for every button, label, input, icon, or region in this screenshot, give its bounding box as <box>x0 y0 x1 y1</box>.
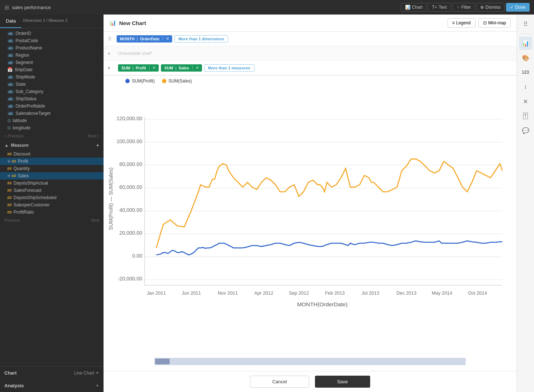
item-label: Sales <box>18 173 29 178</box>
svg-text:20,000.00: 20,000.00 <box>120 230 142 236</box>
sales-line <box>156 159 502 248</box>
item-type-ab: ab <box>7 61 14 65</box>
text-box-btn[interactable]: T <box>519 109 532 122</box>
svg-text:Apr 2012: Apr 2012 <box>254 290 273 296</box>
chart-scrollbar[interactable] <box>154 358 466 365</box>
list-item[interactable]: ## DaystoShipScheduled <box>0 194 104 201</box>
pill-close-icon[interactable]: ✕ <box>196 66 199 70</box>
bar-chart-btn[interactable]: 📊 <box>519 37 532 50</box>
list-item[interactable]: ab ShipStatus <box>0 95 104 102</box>
pill-more-icon[interactable]: ⋮ <box>147 66 151 70</box>
chart-title-icon: 📊 <box>109 20 116 26</box>
svg-text:Jan 2011: Jan 2011 <box>147 290 166 296</box>
grid-icon: ⊞ <box>4 4 9 11</box>
minimap-btn[interactable]: ⊡ Mini-map <box>478 18 511 28</box>
filter-btn[interactable]: ⁘ Filter <box>452 3 475 12</box>
item-label: Sub_Category <box>16 89 44 94</box>
dismiss-btn[interactable]: ⊗ Dismiss <box>476 3 505 12</box>
list-item[interactable]: ab Region <box>0 52 104 59</box>
unavailable-shelf-icon: ≡ <box>108 51 115 56</box>
save-button[interactable]: Save <box>315 376 370 388</box>
comment-icon: 💬 <box>522 127 529 134</box>
list-item[interactable]: 📅 ShipDate <box>0 66 104 73</box>
geo-icon: ⊙ <box>7 118 11 123</box>
pill-close-icon[interactable]: ✕ <box>166 37 169 41</box>
svg-text:Oct 2014: Oct 2014 <box>468 290 487 296</box>
list-item[interactable]: ## Discount <box>0 150 104 158</box>
tab-data[interactable]: Data <box>0 15 21 28</box>
palette-btn[interactable]: 🎨 <box>519 51 532 64</box>
analysis-label: Analysis <box>4 383 24 388</box>
list-item[interactable]: ## DaystoShipActual <box>0 179 104 187</box>
analysis-section[interactable]: Analysis ▼ <box>0 379 104 392</box>
prev-measure-btn[interactable]: Previous <box>4 218 20 222</box>
legend-dot-profit <box>125 79 130 83</box>
measure-pill-profit[interactable]: SUM | Profit ⋮ ✕ <box>118 64 159 72</box>
list-item[interactable]: ab Segment <box>0 59 104 66</box>
list-item[interactable]: ab ShipMode <box>0 73 104 81</box>
footer: Cancel Save <box>104 371 517 392</box>
item-type-ab: ab <box>7 75 14 79</box>
next-measure-btn[interactable]: Next <box>91 218 99 222</box>
text-box-icon: T <box>523 113 528 119</box>
measure-pills: SUM | Profit ⋮ ✕ SUM | Sales ⋮ ✕ <box>118 64 254 72</box>
list-item[interactable]: ## SalesForecast <box>0 187 104 194</box>
done-btn[interactable]: ✓ Done <box>506 3 530 12</box>
measure-section-header[interactable]: ▲ Measure + <box>0 140 104 150</box>
measure-shelf-icon: # <box>108 66 115 70</box>
more-measures-pill[interactable]: More than 1 measures <box>204 64 254 72</box>
list-item[interactable]: ab OrderProfitable <box>0 102 104 110</box>
list-item[interactable]: ⊙ longitude <box>0 124 104 132</box>
next-dim-btn[interactable]: Next > <box>88 134 99 138</box>
measure-pill-sales[interactable]: SUM | Sales ⋮ ✕ <box>161 64 202 72</box>
list-item[interactable]: ab OrderID <box>0 30 104 37</box>
item-label: SalesperCustomer <box>13 202 49 207</box>
list-item[interactable]: ## SalesperCustomer <box>0 201 104 209</box>
item-label: ProfitRatio <box>13 210 34 215</box>
list-item[interactable]: ab State <box>0 81 104 88</box>
dimension-pill[interactable]: MONTH | OrderDate ⋮ ✕ <box>117 35 172 43</box>
pill-more-icon[interactable]: ⋮ <box>191 66 194 70</box>
list-item[interactable]: ab PostalCode <box>0 37 104 44</box>
item-label: OrderProfitable <box>16 104 45 109</box>
pill-field: Profit <box>136 66 146 70</box>
123-icon: 123 <box>522 70 529 75</box>
pill-close-icon[interactable]: ✕ <box>153 66 155 70</box>
list-item[interactable]: ✛ ## Sales <box>0 172 104 179</box>
list-item[interactable]: ab SalesaboveTarget <box>0 110 104 117</box>
hash-icon: ## <box>7 210 12 214</box>
pill-more-icon[interactable]: ⋮ <box>161 37 165 41</box>
text-btn[interactable]: T+ Text <box>428 3 450 12</box>
list-item[interactable]: ## ProfitRatio <box>0 209 104 216</box>
prev-dim-btn[interactable]: < Previous <box>4 134 23 138</box>
dots-btn[interactable]: ⠿ <box>519 17 532 31</box>
list-item[interactable]: ab ProductName <box>0 44 104 52</box>
legend-item-sales: SUM(Sales) <box>162 78 192 84</box>
add-measure-btn[interactable]: + <box>96 142 99 148</box>
comment-btn[interactable]: 💬 <box>519 124 532 137</box>
chevron-down-icon: ▼ <box>96 371 99 375</box>
list-item[interactable]: ab Sub_Category <box>0 88 104 95</box>
x-axis-btn[interactable]: ✕ <box>519 95 532 108</box>
top-bar-left: ⊞ sales performance <box>4 4 51 11</box>
text-icon: T+ <box>432 5 437 10</box>
123-btn[interactable]: 123 <box>519 66 532 79</box>
list-item[interactable]: ⊙ latitude <box>0 117 104 124</box>
minimap-icon: ⊡ <box>483 20 487 25</box>
chart-btn[interactable]: 📊 Chart <box>401 3 426 12</box>
chart-scrollbar-thumb[interactable] <box>155 359 170 364</box>
legend-item-profit: SUM(Profit) <box>125 78 155 84</box>
list-item[interactable]: ## Quantity <box>0 165 104 172</box>
item-label: PostalCode <box>16 38 38 43</box>
list-item[interactable]: ✛ ## Profit <box>0 158 104 165</box>
sort-btn[interactable]: ↕ <box>519 80 532 93</box>
sidebar-content: ab OrderID ab PostalCode ab ProductName … <box>0 28 104 366</box>
geo-icon: ⊙ <box>7 125 11 130</box>
chart-section[interactable]: Chart Line Chart ▼ <box>0 367 104 379</box>
more-dimensions-pill[interactable]: More than 1 dimensions <box>174 35 228 43</box>
item-label: ShipDate <box>15 67 32 72</box>
cancel-button[interactable]: Cancel <box>250 376 309 388</box>
svg-text:Dec 2013: Dec 2013 <box>396 290 416 296</box>
item-label: latitude <box>13 118 27 123</box>
legend-btn[interactable]: ≡ Legend <box>448 18 476 28</box>
